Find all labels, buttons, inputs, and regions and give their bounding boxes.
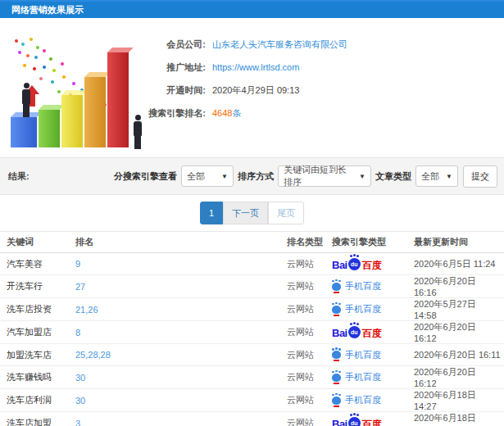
businessman-left <box>21 83 31 117</box>
engine-select-value: 全部 <box>187 170 205 183</box>
rank-link[interactable]: 21,26 <box>75 305 98 315</box>
col-updated: 最新更新时间 <box>411 232 504 253</box>
mobile-baidu-label: 手机百度 <box>345 349 381 361</box>
bar-chart-illustration <box>0 25 152 156</box>
table-row: 洗车店加盟 3 云网站 Bai du 百度 手机百度 2020年6月18日 14… <box>0 412 504 426</box>
rank-link[interactable]: 25,28,28 <box>75 350 111 360</box>
rank-link[interactable]: 30 <box>75 373 85 383</box>
field-rank-count-label: 搜索引擎排名: <box>143 107 206 120</box>
result-section-label: 结果: <box>8 170 30 183</box>
mobile-baidu-logo: 手机百度 <box>332 280 381 292</box>
col-rank: 排名 <box>72 232 284 253</box>
keyword-cell: 洗车店投资 <box>7 304 52 314</box>
field-url-label: 推广地址: <box>143 61 206 74</box>
field-open-time-value: 2020年4月29日 09:13 <box>212 84 299 97</box>
rank-type-cell: 云网站 <box>287 281 314 291</box>
table-row: 汽车美容 9 云网站 Bai du 百度 手机百度 2020年6月5日 11:2… <box>0 253 504 275</box>
table-row: 洗车赚钱吗 30 云网站 Bai du 百度 手机百度 2020年6月20日 1… <box>0 366 504 389</box>
filter-bar: 结果: 分搜索引擎查看 全部 ▼ 排序方式 关键词由短到长排序 ▼ 文章类型 全… <box>0 157 504 195</box>
engine-select[interactable]: 全部 ▼ <box>181 165 234 187</box>
table-row: 汽车加盟店 8 云网站 Bai du 百度 手机百度 2020年6月20日 16… <box>0 321 504 344</box>
sort-select-value: 关键词由短到长排序 <box>284 164 354 188</box>
baidu-logo-text: Bai <box>332 328 347 338</box>
keyword-cell: 开洗车行 <box>7 281 43 291</box>
baidu-logo-text: Bai <box>332 419 347 426</box>
updated-cell: 2020年6月20日 16:16 <box>414 276 476 297</box>
illustration-bar-blue <box>11 117 37 147</box>
pagination-wrap: 1 下一页 尾页 <box>0 195 504 231</box>
field-url: 推广地址: https://www.lrtlsd.com <box>143 56 504 79</box>
mobile-baidu-paw-icon <box>332 351 341 359</box>
sort-select[interactable]: 关键词由短到长排序 ▼ <box>278 165 371 187</box>
rank-link[interactable]: 27 <box>75 282 85 292</box>
chevron-down-icon: ▼ <box>359 173 366 180</box>
rank-type-cell: 云网站 <box>287 259 314 269</box>
chevron-down-icon: ▼ <box>446 173 452 180</box>
baidu-logo: Bai du 百度 <box>332 326 382 338</box>
field-rank-count-value: 4648条 <box>212 107 241 120</box>
rank-type-cell: 云网站 <box>287 395 314 405</box>
col-engine-type: 搜索引擎类型 <box>329 232 411 253</box>
rank-link[interactable]: 3 <box>75 419 80 426</box>
field-rank-count: 搜索引擎排名: 4648条 <box>143 102 504 125</box>
mobile-baidu-label: 手机百度 <box>345 371 381 383</box>
article-type-select-value: 全部 <box>421 170 439 183</box>
illustration-bar-orange <box>84 77 106 147</box>
sort-filter-label: 排序方式 <box>238 170 274 183</box>
submit-button[interactable]: 提交 <box>463 165 497 188</box>
rank-type-cell: 云网站 <box>287 350 314 360</box>
updated-cell: 2020年6月20日 16:12 <box>414 367 476 388</box>
last-page-button[interactable]: 尾页 <box>268 202 304 224</box>
updated-cell: 2020年6月18日 14:30 <box>414 413 476 426</box>
page-1-button[interactable]: 1 <box>200 202 223 224</box>
rank-type-cell: 云网站 <box>287 327 314 337</box>
table-row: 洗车店利润 30 云网站 Bai du 百度 手机百度 2020年6月18日 1… <box>0 389 504 412</box>
next-page-button[interactable]: 下一页 <box>223 202 268 224</box>
field-company: 会员公司: 山东老人头汽车服务咨询有限公司 <box>143 33 504 56</box>
info-section: 会员公司: 山东老人头汽车服务咨询有限公司 推广地址: https://www.… <box>0 18 504 157</box>
baidu-logo-text: Bai <box>332 260 347 270</box>
businessman-right <box>133 115 143 149</box>
mobile-baidu-logo: 手机百度 <box>332 394 381 406</box>
article-type-label: 文章类型 <box>375 170 411 183</box>
table-row: 洗车店投资 21,26 云网站 Bai du 百度 手机百度 2020年5月27… <box>0 298 504 321</box>
updated-cell: 2020年6月20日 16:11 <box>414 350 501 360</box>
mobile-baidu-label: 手机百度 <box>345 280 381 292</box>
col-keyword: 关键词 <box>0 232 72 253</box>
illustration-bar-green <box>39 110 60 147</box>
rank-link[interactable]: 9 <box>75 259 80 269</box>
info-fields: 会员公司: 山东老人头汽车服务咨询有限公司 推广地址: https://www.… <box>143 33 504 125</box>
baidu-logo: Bai du 百度 <box>332 258 382 270</box>
chevron-down-icon: ▼ <box>221 173 228 180</box>
illustration-bar-red <box>107 52 129 147</box>
keyword-cell: 汽车美容 <box>7 259 43 269</box>
mobile-baidu-paw-icon <box>332 283 341 291</box>
table-header-row: 关键词 排名 排名类型 搜索引擎类型 最新更新时间 <box>0 232 504 253</box>
keyword-cell: 汽车加盟店 <box>7 327 52 337</box>
baidu-logo-cn: 百度 <box>362 261 382 270</box>
field-company-value[interactable]: 山东老人头汽车服务咨询有限公司 <box>212 39 347 51</box>
page-title: 网络营销效果展示 <box>0 0 504 18</box>
pagination: 1 下一页 尾页 <box>200 202 304 224</box>
mobile-baidu-paw-icon <box>332 374 341 382</box>
mobile-baidu-logo: 手机百度 <box>332 349 381 361</box>
field-open-time: 开通时间: 2020年4月29日 09:13 <box>143 79 504 102</box>
illustration-bar-yellow <box>61 95 83 147</box>
field-open-time-label: 开通时间: <box>143 84 206 97</box>
baidu-paw-icon: du <box>348 417 361 426</box>
field-company-label: 会员公司: <box>143 39 206 51</box>
keyword-cell: 洗车赚钱吗 <box>7 372 52 382</box>
table-row: 开洗车行 27 云网站 Bai du 百度 手机百度 2020年6月20日 16… <box>0 275 504 298</box>
rank-count-number: 4648 <box>212 108 232 118</box>
updated-cell: 2020年6月18日 14:27 <box>414 390 476 411</box>
mobile-baidu-logo: 手机百度 <box>332 371 381 383</box>
article-type-select[interactable]: 全部 ▼ <box>415 165 458 187</box>
field-url-value[interactable]: https://www.lrtlsd.com <box>212 62 299 72</box>
rank-link[interactable]: 8 <box>75 328 80 338</box>
rank-link[interactable]: 30 <box>75 396 85 406</box>
keyword-cell: 洗车店利润 <box>7 395 52 405</box>
keyword-cell: 洗车店加盟 <box>7 418 52 426</box>
confetti-decoration <box>15 39 18 43</box>
mobile-baidu-logo: 手机百度 <box>332 303 381 315</box>
col-rank-type: 排名类型 <box>284 232 329 253</box>
